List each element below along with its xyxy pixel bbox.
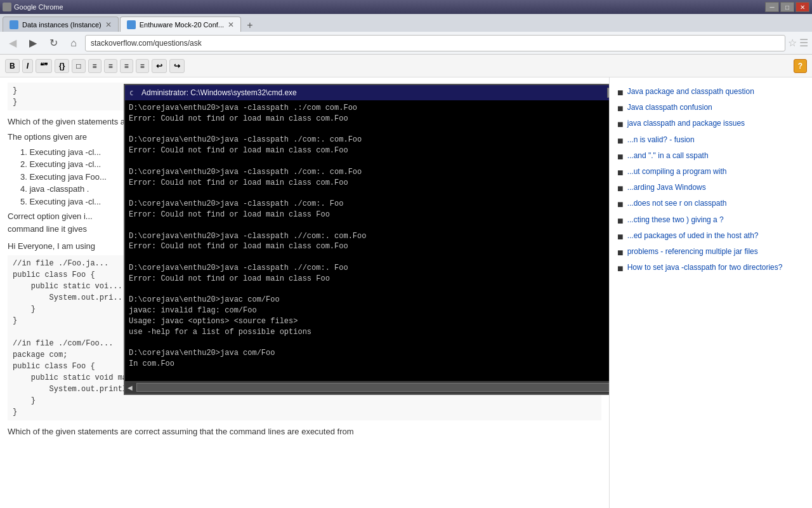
cmd-line: Error: Could not find or load main class… xyxy=(129,178,609,189)
sidebar-link-12[interactable]: How to set java -classpath for two direc… xyxy=(627,262,783,273)
cmd-content[interactable]: D:\corejava\enthu20>java -classpath .:/c… xyxy=(125,100,609,381)
url-text: stackoverflow.com/questions/ask xyxy=(91,39,780,48)
main-area: } } Which of the given statements are co… xyxy=(0,77,812,508)
quote-button[interactable]: ❝❞ xyxy=(36,59,52,73)
bullet-6: ■ xyxy=(617,166,624,178)
cmd-line: D:\corejava\enthu20>java -classpath ./co… xyxy=(129,167,609,178)
cmd-line xyxy=(129,124,609,135)
cmd-line: D:\corejava\enthu20>java com/Foo xyxy=(129,348,609,359)
sidebar-item-3: ■ java classpath and package issues xyxy=(617,118,804,130)
home-button[interactable]: ⌂ xyxy=(65,34,82,52)
sidebar-link-6[interactable]: ...ut compiling a program with xyxy=(627,166,727,177)
help-button[interactable]: ? xyxy=(794,59,807,73)
cmd-title-left: C Administrator: C:\Windows\system32\cmd… xyxy=(129,88,297,97)
cmd-line: Error: Could not find or load main class… xyxy=(129,145,609,156)
title-bar-text: Google Chrome xyxy=(14,3,63,11)
ol-button[interactable]: ≡ xyxy=(88,59,102,73)
scroll-left-button[interactable]: ◀ xyxy=(125,384,135,391)
bold-button[interactable]: B xyxy=(5,59,20,73)
cmd-window-controls: ─ □ ✕ xyxy=(607,88,609,98)
sidebar-item-5: ■ ...and "." in a call sspath xyxy=(617,150,804,163)
cmd-line: D:\corejava\enthu20>java -classpath ./co… xyxy=(129,199,609,210)
cmd-line xyxy=(129,156,609,167)
new-tab-button[interactable]: + xyxy=(242,19,258,32)
sidebar-link-1[interactable]: Java package and classpath question xyxy=(627,86,754,97)
window-controls: ─ □ ✕ xyxy=(765,2,809,12)
cmd-line: D:\corejava\enthu20>java -classpath .:/c… xyxy=(129,103,609,114)
cmd-horizontal-scrollbar[interactable]: ◀ ▶ xyxy=(125,381,609,394)
cmd-line: Error: Could not find or load main class… xyxy=(129,210,609,220)
sidebar-link-5[interactable]: ...and "." in a call sspath xyxy=(627,150,709,161)
sidebar-link-11[interactable]: problems - referencing multiple jar file… xyxy=(627,246,758,257)
bullet-10: ■ xyxy=(617,231,624,243)
sidebar-item-10: ■ ...ed packages of uded in the host ath… xyxy=(617,231,804,243)
cmd-line: Usage: javac <options> <source files> xyxy=(129,316,609,327)
sidebar-item-7: ■ ...arding Java Windows xyxy=(617,182,804,194)
scroll-track[interactable] xyxy=(136,383,609,392)
minimize-button[interactable]: ─ xyxy=(765,2,779,12)
title-bar-left: Google Chrome xyxy=(3,3,63,11)
left-panel: } } Which of the given statements are co… xyxy=(0,77,609,508)
editor-toolbar: B I ❝❞ {} □ ≡ ≡ ≡ ≡ ↩ ↪ ? xyxy=(0,55,812,77)
cmd-minimize-button[interactable]: ─ xyxy=(607,88,609,98)
tab-close-data[interactable]: ✕ xyxy=(105,20,112,29)
cmd-line: D:\corejava\enthu20>java -classpath .//c… xyxy=(129,263,609,274)
undo-button[interactable]: ↩ xyxy=(152,59,167,73)
maximize-button[interactable]: □ xyxy=(780,2,794,12)
sidebar-link-7[interactable]: ...arding Java Windows xyxy=(627,182,706,193)
svg-text:C: C xyxy=(130,90,133,97)
sidebar-link-8[interactable]: ...does not see r on classpath xyxy=(627,198,727,209)
tab-icon-enthu xyxy=(127,20,136,29)
redo-button[interactable]: ↪ xyxy=(169,59,185,73)
cmd-window[interactable]: C Administrator: C:\Windows\system32\cmd… xyxy=(124,84,609,395)
bullet-2: ■ xyxy=(617,102,624,114)
tab-data-instances[interactable]: Data instances (Instance) ✕ xyxy=(3,17,119,32)
sidebar-item-8: ■ ...does not see r on classpath xyxy=(617,198,804,210)
back-button[interactable]: ◀ xyxy=(4,34,22,52)
sidebar-link-4[interactable]: ...n is valid? - fusion xyxy=(627,135,695,145)
sidebar-item-1: ■ Java package and classpath question xyxy=(617,86,804,98)
tabs-row: Data instances (Instance) ✕ Enthuware Mo… xyxy=(0,14,812,32)
image-button[interactable]: □ xyxy=(72,59,85,73)
tab-close-enthu[interactable]: ✕ xyxy=(228,20,234,29)
address-bar[interactable]: stackoverflow.com/questions/ask xyxy=(85,35,785,51)
cmd-window-icon: C xyxy=(129,88,138,97)
outdent-button[interactable]: ≡ xyxy=(136,59,149,73)
right-sidebar: ■ Java package and classpath question ■ … xyxy=(609,77,812,508)
code-button[interactable]: {} xyxy=(55,59,69,73)
italic-button[interactable]: I xyxy=(22,59,33,73)
cmd-line xyxy=(129,220,609,231)
bullet-12: ■ xyxy=(617,262,624,274)
cmd-line xyxy=(129,252,609,263)
bookmark-icon[interactable]: ☆ xyxy=(788,37,797,49)
cmd-titlebar: C Administrator: C:\Windows\system32\cmd… xyxy=(125,85,609,100)
nav-bar: ◀ ▶ ↻ ⌂ stackoverflow.com/questions/ask … xyxy=(0,32,812,55)
sidebar-item-6: ■ ...ut compiling a program with xyxy=(617,166,804,178)
forward-button[interactable]: ▶ xyxy=(24,34,42,52)
sidebar-link-2[interactable]: Java classpath confusion xyxy=(627,102,712,113)
sidebar-link-3[interactable]: java classpath and package issues xyxy=(627,118,745,129)
cmd-line xyxy=(129,284,609,295)
tab-enthuware[interactable]: Enthuware Mock-20 Conf... ✕ xyxy=(120,17,241,32)
bullet-7: ■ xyxy=(617,182,624,194)
sidebar-link-10[interactable]: ...ed packages of uded in the host ath? xyxy=(627,231,759,241)
bullet-8: ■ xyxy=(617,198,624,210)
title-bar: Google Chrome ─ □ ✕ xyxy=(0,0,812,14)
cmd-line xyxy=(129,188,609,199)
tab-icon-data xyxy=(10,20,18,29)
cmd-line xyxy=(129,338,609,349)
sidebar-item-4: ■ ...n is valid? - fusion xyxy=(617,135,804,147)
ul-button[interactable]: ≡ xyxy=(104,59,117,73)
sidebar-item-11: ■ problems - referencing multiple jar fi… xyxy=(617,246,804,258)
indent-button[interactable]: ≡ xyxy=(120,59,133,73)
tab-label-enthu: Enthuware Mock-20 Conf... xyxy=(140,21,224,29)
bullet-3: ■ xyxy=(617,118,624,130)
refresh-button[interactable]: ↻ xyxy=(44,34,62,52)
close-button[interactable]: ✕ xyxy=(796,2,809,12)
sidebar-item-2: ■ Java classpath confusion xyxy=(617,102,804,114)
sidebar-link-9[interactable]: ...cting these two ) giving a ? xyxy=(627,215,724,225)
settings-icon[interactable]: ☰ xyxy=(799,37,808,49)
bullet-9: ■ xyxy=(617,215,624,227)
cmd-line: Error: Could not find or load main class… xyxy=(129,114,609,124)
bullet-4: ■ xyxy=(617,135,624,147)
